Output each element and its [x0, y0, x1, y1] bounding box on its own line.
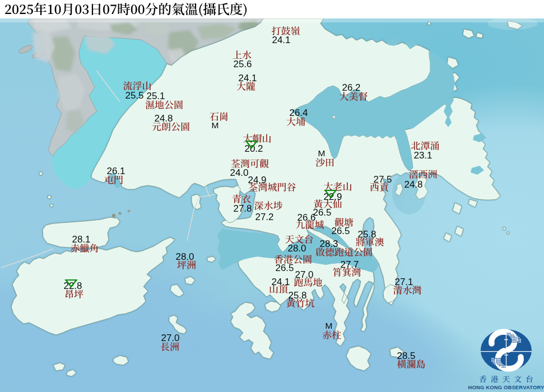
svg-text:24.1: 24.1 [271, 277, 290, 287]
svg-text:M: M [326, 321, 333, 330]
svg-text:28.1: 28.1 [72, 234, 90, 245]
svg-text:24.0: 24.0 [230, 167, 248, 178]
svg-text:25.1: 25.1 [146, 91, 165, 101]
svg-text:26.1: 26.1 [106, 166, 125, 176]
svg-text:23.1: 23.1 [413, 150, 432, 161]
svg-text:25.8: 25.8 [288, 290, 306, 301]
svg-text:25.5: 25.5 [125, 90, 143, 101]
svg-text:25.6: 25.6 [233, 59, 252, 69]
svg-text:26.4: 26.4 [289, 108, 308, 118]
svg-text:28.3: 28.3 [319, 239, 338, 249]
svg-text:27.7: 27.7 [340, 259, 359, 270]
svg-text:26.2: 26.2 [342, 82, 360, 93]
svg-text:24.8: 24.8 [404, 179, 422, 190]
svg-text:26.6: 26.6 [297, 212, 315, 223]
svg-text:27.0: 27.0 [295, 269, 313, 280]
svg-text:27.1: 27.1 [394, 277, 413, 287]
svg-text:25.8: 25.8 [357, 229, 376, 240]
svg-text:27.2: 27.2 [255, 212, 273, 222]
svg-text:28.0: 28.0 [287, 243, 306, 254]
svg-text:28.5: 28.5 [397, 351, 415, 361]
svg-text:28.0: 28.0 [175, 251, 194, 262]
svg-text:M: M [318, 148, 326, 158]
svg-text:27.8: 27.8 [233, 203, 252, 214]
svg-text:26.5: 26.5 [331, 226, 350, 236]
svg-text:22.9: 22.9 [323, 192, 342, 202]
svg-text:27.5: 27.5 [373, 174, 392, 185]
svg-text:24.8: 24.8 [154, 113, 173, 124]
svg-text:24.9: 24.9 [248, 175, 266, 185]
svg-text:24.1: 24.1 [238, 73, 257, 83]
svg-text:22.8: 22.8 [63, 281, 82, 291]
svg-text:24.1: 24.1 [272, 35, 290, 45]
svg-text:27.0: 27.0 [161, 333, 179, 343]
svg-text:HONG KONG OBSERVATORY: HONG KONG OBSERVATORY [468, 384, 544, 390]
svg-text:26.5: 26.5 [275, 263, 294, 273]
svg-text:M: M [212, 120, 219, 130]
